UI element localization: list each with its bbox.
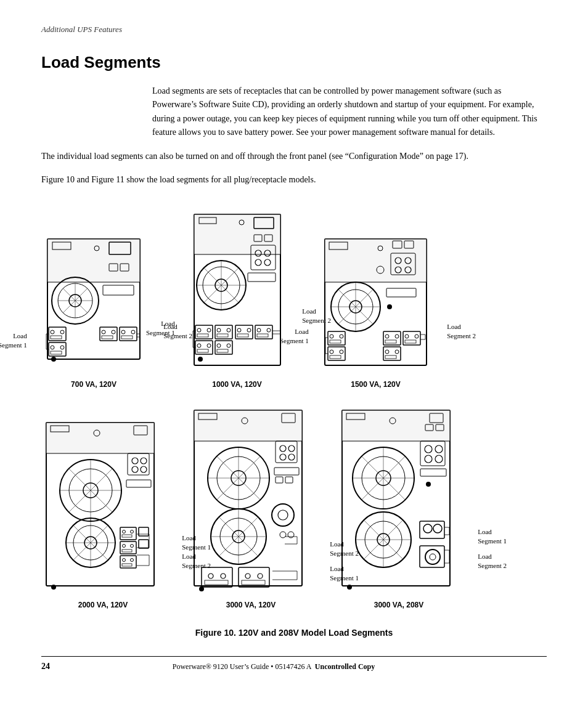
svg-rect-69 bbox=[237, 334, 248, 337]
ups-svg-2000 bbox=[41, 420, 165, 598]
svg-point-119 bbox=[385, 335, 389, 338]
svg-rect-220 bbox=[242, 580, 265, 585]
svg-point-75 bbox=[197, 344, 201, 347]
svg-rect-129 bbox=[385, 355, 396, 359]
svg-rect-174 bbox=[139, 540, 149, 548]
svg-rect-1 bbox=[47, 239, 140, 282]
svg-rect-77 bbox=[197, 349, 208, 352]
diagram-wrapper-1500va: LoadSegment 1 LoadSegment 2 bbox=[322, 236, 430, 378]
svg-point-76 bbox=[207, 344, 211, 347]
breadcrumb: Additional UPS Features bbox=[41, 25, 547, 34]
diagram-wrapper-1000va: LoadSegment 1 LoadSegment 2 bbox=[189, 211, 285, 378]
label-3000va-120: 3000 VA, 120V bbox=[226, 601, 276, 609]
svg-point-219 bbox=[258, 574, 263, 578]
label-1500va: 1500 VA, 120V bbox=[351, 380, 401, 389]
svg-point-29 bbox=[131, 330, 135, 334]
svg-rect-65 bbox=[217, 334, 228, 337]
svg-point-71 bbox=[257, 328, 261, 332]
diagram-wrapper-700va: LoadSegment 1 LoadSegment 2 bbox=[41, 236, 146, 378]
page-footer: 24 Powerware® 9120 User’s Guide • 051474… bbox=[41, 656, 547, 671]
svg-point-115 bbox=[330, 350, 333, 354]
svg-rect-199 bbox=[274, 468, 299, 475]
svg-rect-73 bbox=[257, 334, 268, 337]
svg-point-170 bbox=[123, 559, 126, 562]
svg-point-257 bbox=[423, 524, 432, 533]
svg-point-116 bbox=[340, 350, 343, 354]
svg-point-214 bbox=[208, 574, 213, 578]
label-700va: 700 VA, 120V bbox=[71, 380, 116, 389]
svg-point-25 bbox=[112, 330, 115, 334]
svg-point-17 bbox=[60, 330, 64, 334]
svg-point-60 bbox=[207, 328, 211, 332]
svg-point-68 bbox=[247, 328, 251, 332]
svg-point-112 bbox=[340, 335, 343, 338]
svg-point-211 bbox=[280, 532, 286, 538]
svg-rect-229 bbox=[342, 410, 450, 441]
svg-point-127 bbox=[385, 350, 389, 354]
svg-point-175 bbox=[51, 585, 56, 590]
diagram-1000va: LoadSegment 1 LoadSegment 2 bbox=[189, 211, 285, 389]
paragraph-1: Load segments are sets of receptacles th… bbox=[152, 84, 547, 140]
page: Additional UPS Features Load Segments Lo… bbox=[0, 0, 588, 696]
svg-rect-22 bbox=[51, 351, 62, 354]
svg-point-244 bbox=[435, 445, 443, 453]
diagram-1500va: LoadSegment 1 LoadSegment 2 bbox=[322, 236, 430, 389]
svg-point-197 bbox=[280, 454, 286, 460]
svg-point-56 bbox=[264, 259, 271, 266]
svg-point-195 bbox=[280, 445, 286, 452]
svg-rect-153 bbox=[126, 480, 151, 487]
diagram-700va: LoadSegment 1 LoadSegment 2 bbox=[41, 236, 146, 389]
content-area: Load segments are sets of receptacles th… bbox=[41, 84, 547, 197]
svg-point-28 bbox=[121, 330, 125, 334]
svg-rect-18 bbox=[51, 336, 62, 339]
svg-point-162 bbox=[123, 530, 126, 533]
svg-point-151 bbox=[132, 466, 138, 473]
svg-point-55 bbox=[255, 259, 261, 266]
svg-point-21 bbox=[60, 346, 64, 349]
svg-point-149 bbox=[132, 458, 138, 464]
svg-rect-216 bbox=[205, 580, 228, 585]
svg-rect-108 bbox=[386, 288, 416, 297]
footer-page-number: 24 bbox=[41, 662, 50, 671]
svg-point-163 bbox=[131, 530, 134, 533]
svg-point-261 bbox=[430, 554, 436, 560]
svg-point-215 bbox=[221, 574, 226, 578]
svg-point-260 bbox=[425, 550, 440, 564]
label-1000va: 1000 VA, 120V bbox=[212, 380, 262, 389]
svg-rect-125 bbox=[405, 340, 416, 343]
footer-center-text: Powerware® 9120 User’s Guide • 05147426 … bbox=[173, 662, 375, 671]
svg-point-63 bbox=[217, 328, 221, 332]
seg1-label-3000-208: LoadSegment 1 bbox=[478, 527, 507, 545]
diagram-wrapper-3000va-120: LoadSegment 2 LoadSegment 1 bbox=[189, 407, 312, 598]
svg-rect-172 bbox=[122, 564, 132, 566]
diagrams-section: LoadSegment 1 LoadSegment 2 bbox=[41, 211, 547, 638]
svg-rect-14 bbox=[103, 285, 134, 295]
svg-point-79 bbox=[217, 344, 221, 347]
figure-caption: Figure 10. 120V and 208V Model Load Segm… bbox=[41, 628, 547, 638]
svg-rect-213 bbox=[202, 567, 232, 587]
svg-rect-173 bbox=[139, 527, 149, 536]
seg1-label-1500: LoadSegment 1 bbox=[280, 327, 309, 345]
svg-point-209 bbox=[272, 504, 294, 526]
diagram-3000va-208: LoadSegment 1 LoadSegment 2 bbox=[337, 407, 460, 609]
svg-point-16 bbox=[51, 330, 54, 334]
svg-point-152 bbox=[141, 466, 147, 473]
svg-point-72 bbox=[267, 328, 271, 332]
svg-point-109 bbox=[387, 304, 392, 309]
paragraph-3: Figure 10 and Figure 11 show the load se… bbox=[41, 173, 547, 187]
svg-point-64 bbox=[227, 328, 231, 332]
diagram-row-1: LoadSegment 1 LoadSegment 2 bbox=[41, 211, 547, 389]
svg-point-246 bbox=[435, 455, 443, 463]
svg-point-198 bbox=[288, 454, 295, 460]
svg-rect-117 bbox=[330, 355, 341, 359]
diagram-3000va-120: LoadSegment 2 LoadSegment 1 bbox=[189, 407, 312, 609]
section-title: Load Segments bbox=[41, 53, 547, 72]
svg-point-196 bbox=[288, 445, 295, 452]
svg-point-88 bbox=[198, 357, 203, 362]
diagram-row-2: LoadSegment 1 LoadSegment 2 bbox=[41, 407, 547, 609]
svg-point-171 bbox=[131, 559, 134, 562]
svg-point-248 bbox=[426, 482, 431, 487]
svg-rect-161 bbox=[120, 527, 136, 540]
diagram-wrapper-2000va: LoadSegment 1 LoadSegment 2 bbox=[41, 420, 165, 598]
svg-point-20 bbox=[51, 346, 54, 349]
